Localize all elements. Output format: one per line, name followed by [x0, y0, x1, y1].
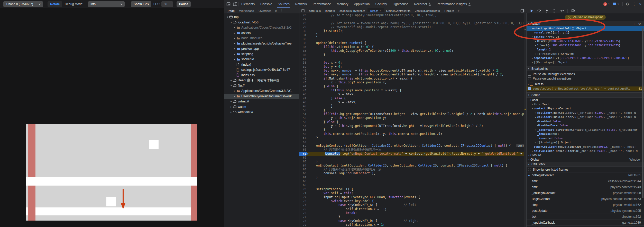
- line-number[interactable]: 72: [299, 195, 309, 199]
- line-number[interactable]: 45: [299, 89, 309, 92]
- line-number[interactable]: 66: [299, 171, 309, 175]
- code-line-43[interactable]: 43 x = this.obj2.node.position.x;: [299, 81, 524, 84]
- tab-sources[interactable]: Sources: [275, 0, 292, 8]
- breakpoints-section-header[interactable]: ▾ Breakpoints: [527, 66, 644, 71]
- watch-row[interactable]: ▸normal: Vec2 {x: 0, y: 1}: [527, 31, 644, 35]
- code-line-61[interactable]: 61 ▸console.▸log('onBeginContact localNo…: [299, 152, 524, 156]
- device-select[interactable]: iPhone 8 (375X667) ∨: [3, 1, 43, 7]
- tab-console[interactable]: Console: [257, 0, 275, 8]
- line-number[interactable]: 53: [299, 120, 309, 124]
- editor-tab-test-ts[interactable]: Test.ts×: [367, 8, 384, 13]
- tree-row-assets[interactable]: ▸assets: [224, 30, 299, 36]
- code-line-35[interactable]: 35 this.obj2.applyForceToCenter(v2(800 *…: [299, 49, 524, 53]
- line-number[interactable]: 51: [299, 112, 309, 116]
- line-number[interactable]: 79: [299, 223, 309, 227]
- editor-tab-callbacks-invoker-ts[interactable]: callbacks-invoker.ts: [337, 8, 367, 13]
- code-line-64[interactable]: 64 onEndContact (selfCollider: Collider2…: [299, 164, 524, 168]
- tree-row-deepl-[interactable]: ▸DeepL翻译：阅读写作翻译器: [224, 78, 299, 83]
- scope-row[interactable]: ▸this: Test: [527, 102, 644, 107]
- line-number[interactable]: 47: [299, 97, 309, 100]
- toggle-device-toolbar-icon[interactable]: [233, 2, 237, 6]
- code-line-65[interactable]: 65 // 只在两个碰撞体结束接触时被调用一次: [299, 168, 524, 171]
- scope-row[interactable]: ▸_b2contact: b2PolygonContact {m_islandF…: [527, 128, 644, 132]
- deactivate-breakpoints-icon[interactable]: [571, 9, 575, 13]
- code-line-45[interactable]: 45 if(this.obj2.node.position.x > maxx) …: [299, 89, 524, 92]
- watch-row[interactable]: ▸separations: (2) [-0.7679901123046875, …: [527, 56, 644, 60]
- line-number[interactable]: 78: [299, 219, 309, 223]
- code-line-66[interactable]: 66 console.log('onEndContact');: [299, 171, 524, 175]
- checkbox-icon[interactable]: [528, 77, 531, 80]
- line-number[interactable]: 49: [299, 104, 309, 108]
- issues-badge[interactable]: 2: [613, 2, 619, 6]
- tab-security[interactable]: Security: [373, 0, 390, 8]
- line-number[interactable]: 42: [299, 77, 309, 81]
- code-line-37[interactable]: 37: [299, 57, 524, 61]
- code-line-38[interactable]: 38 let x = 0;: [299, 61, 524, 65]
- line-number[interactable]: 62: [299, 156, 309, 160]
- editor-tab-hero-ts[interactable]: Hero.ts: [442, 8, 456, 13]
- line-number[interactable]: 73: [299, 199, 309, 203]
- code-line-31[interactable]: 31 }: [299, 33, 524, 37]
- watch-row[interactable]: ▸0: Vec2 {x: 886.4865112304688, y: 153.2…: [527, 39, 644, 43]
- line-number[interactable]: 69: [299, 183, 309, 187]
- ignore-listed-checkbox[interactable]: [528, 168, 531, 171]
- code-line-32[interactable]: 32: [299, 37, 524, 41]
- watch-section-header[interactable]: ▾ Watch + ↻: [527, 21, 644, 26]
- code-line-40[interactable]: 40 let maxx: number = (this.bg.getCompon…: [299, 69, 524, 73]
- rotate-button[interactable]: Rotate: [48, 1, 62, 7]
- code-line-70[interactable]: 70 setInputControl () {: [299, 187, 524, 191]
- call-stack-frame[interactable]: emitphysics-contact.ts:243: [527, 184, 644, 190]
- code-line-41[interactable]: 41 let maxy: number = (this.bg.getCompon…: [299, 73, 524, 76]
- tree-row-virtual-[interactable]: ▸virtual://: [224, 99, 299, 104]
- fps-input[interactable]: 60: [161, 1, 173, 7]
- line-number[interactable]: 29: [299, 25, 309, 29]
- line-number[interactable]: 33: [299, 41, 309, 45]
- call-stack-frame[interactable]: ►onBeginContactTest.ts:61: [527, 172, 644, 178]
- code-line-74[interactable]: 74 case KeyCode.KEY_A: { // left: [299, 203, 524, 207]
- tree-row-node-modules[interactable]: ▸node_modules: [224, 36, 299, 41]
- code-line-72[interactable]: 72 input.on(Input.EventType.KEY_DOWN, fu…: [299, 195, 524, 199]
- scope-row[interactable]: disabledOnce: false: [527, 124, 644, 128]
- tree-row-socket-io[interactable]: ▸socket.io: [224, 57, 299, 62]
- code-line-57[interactable]: 57 }: [299, 136, 524, 140]
- call-stack-frame[interactable]: postUpdatephysics-system.ts:295: [527, 208, 644, 214]
- error-badge[interactable]: × 1: [603, 2, 610, 6]
- tree-row-scripting[interactable]: ▸scripting: [224, 51, 299, 57]
- line-number[interactable]: 56: [299, 132, 309, 136]
- line-number[interactable]: 77: [299, 215, 309, 219]
- code-line-46[interactable]: 46 x = maxx;: [299, 92, 524, 96]
- code-line-29[interactable]: 29 // tween(self.obj2.node).repeatForeve…: [299, 25, 524, 29]
- step-icon[interactable]: [559, 9, 564, 13]
- line-number[interactable]: 40: [299, 69, 309, 73]
- code-line-58[interactable]: 58: [299, 140, 524, 144]
- line-number[interactable]: 52: [299, 116, 309, 120]
- tree-row-settings-js-scene-0c49c1a7-8d4[interactable]: settings.js?scene=0c49c1a7-8d47-: [224, 67, 299, 73]
- line-number[interactable]: 38: [299, 61, 309, 65]
- scope-row[interactable]: ▸colliderB: BoxCollider2D {_objFlags: 59…: [527, 115, 644, 119]
- line-number[interactable]: 50: [299, 108, 309, 112]
- tree-row-webpack-[interactable]: ▸webpack://: [224, 109, 299, 115]
- tab-network[interactable]: Network: [292, 0, 310, 8]
- sidebar-menu-icon[interactable]: ⋮: [279, 8, 285, 13]
- close-tab-icon[interactable]: ×: [380, 9, 381, 12]
- scope-row[interactable]: ▸colliderA: BoxCollider2D {_objFlags: 59…: [527, 111, 644, 115]
- line-number[interactable]: 76: [299, 211, 309, 215]
- editor-tab-core-js-js[interactable]: core-js.js: [307, 8, 323, 13]
- scope-row[interactable]: ▸GlobalWindow: [527, 158, 644, 162]
- code-line-76[interactable]: 76 break;: [299, 211, 524, 215]
- breakpoint-entry[interactable]: ✓ console.log('onBeginContact localNorma…: [527, 86, 644, 91]
- scope-row[interactable]: ▸otherCollider: BoxCollider2D {_objFlags…: [527, 145, 644, 149]
- line-number[interactable]: 60: [299, 148, 309, 152]
- line-number[interactable]: 67: [299, 176, 309, 179]
- tree-row-wasm[interactable]: ▸wasm: [224, 104, 299, 110]
- game-canvas[interactable]: [26, 124, 197, 221]
- code-line-33[interactable]: 33 update(deltaTime: number) {: [299, 41, 524, 45]
- settings-gear-icon[interactable]: ⚙: [626, 2, 629, 6]
- breakpoint-checkbox[interactable]: ✓: [528, 87, 531, 90]
- line-number[interactable]: 48: [299, 100, 309, 104]
- editor-scrollbar[interactable]: [524, 13, 526, 227]
- tab-elements[interactable]: Elements: [238, 0, 257, 8]
- code-line-28[interactable]: 28 // let action = tween(self.obj2.node)…: [299, 21, 524, 25]
- code-line-51[interactable]: 51 if((this.bg.getComponent(UITransform)…: [299, 112, 524, 116]
- line-number[interactable]: 61: [299, 152, 309, 156]
